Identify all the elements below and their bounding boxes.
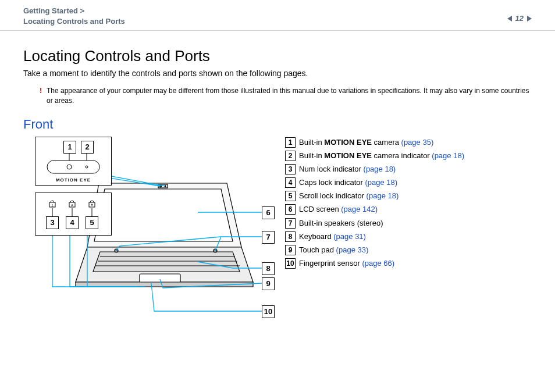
legend-text: Built-in MOTION EYE camera indicator (pa… bbox=[299, 150, 464, 162]
legend-text: Built-in speakers (stereo) bbox=[299, 218, 383, 229]
legend-text: Built-in MOTION EYE camera (page 35) bbox=[299, 137, 433, 148]
page-nav: 12 bbox=[507, 6, 532, 23]
legend-item: 9Touch pad (page 33) bbox=[285, 244, 464, 256]
breadcrumb-line1: Getting Started > bbox=[23, 6, 125, 16]
callout-3: 3 bbox=[46, 216, 59, 229]
callout-10: 10 bbox=[262, 305, 275, 318]
legend-number: 3 bbox=[285, 164, 296, 174]
legend-page-link[interactable]: (page 18) bbox=[432, 151, 464, 160]
warning-note: ! The appearance of your computer may be… bbox=[47, 86, 532, 105]
inset-motion-eye-label: MOTION EYE bbox=[35, 177, 111, 183]
legend-page-link[interactable]: (page 18) bbox=[367, 191, 399, 200]
legend-list: 1Built-in MOTION EYE camera (page 35)2Bu… bbox=[285, 137, 464, 329]
legend-number: 4 bbox=[285, 177, 296, 188]
legend-text: Keyboard (page 31) bbox=[299, 231, 366, 243]
legend-number: 7 bbox=[285, 218, 296, 229]
legend-page-link[interactable]: (page 142) bbox=[341, 205, 378, 213]
legend-page-link[interactable]: (page 66) bbox=[362, 259, 394, 268]
legend-number: 8 bbox=[285, 231, 296, 242]
svg-text:1: 1 bbox=[51, 204, 54, 207]
legend-item: 4Caps lock indicator (page 18) bbox=[285, 177, 464, 188]
legend-text: Caps lock indicator (page 18) bbox=[299, 177, 397, 188]
legend-item: 6LCD screen (page 142) bbox=[285, 204, 464, 215]
legend-item: 3Num lock indicator (page 18) bbox=[285, 163, 464, 175]
legend-number: 5 bbox=[285, 191, 296, 201]
legend-text: Num lock indicator (page 18) bbox=[299, 163, 396, 175]
next-page-icon[interactable] bbox=[527, 16, 532, 22]
legend-page-link[interactable]: (page 31) bbox=[333, 232, 366, 241]
callout-8: 8 bbox=[262, 262, 275, 275]
prev-page-icon[interactable] bbox=[507, 16, 512, 22]
front-diagram: 1 2 MOTION EYE 1 bbox=[23, 137, 268, 329]
page-header: Getting Started > Locating Controls and … bbox=[0, 0, 555, 31]
callout-4: 4 bbox=[66, 216, 79, 229]
legend-page-link[interactable]: (page 33) bbox=[336, 245, 369, 254]
callout-9: 9 bbox=[262, 277, 275, 290]
callout-6: 6 bbox=[262, 206, 275, 219]
legend-item: 1Built-in MOTION EYE camera (page 35) bbox=[285, 137, 464, 148]
legend-item: 7Built-in speakers (stereo) bbox=[285, 218, 464, 229]
legend-number: 1 bbox=[285, 137, 296, 148]
svg-text:A: A bbox=[71, 204, 73, 207]
legend-text: Touch pad (page 33) bbox=[299, 244, 368, 256]
legend-page-link[interactable]: (page 18) bbox=[364, 165, 396, 173]
page-title: Locating Controls and Ports bbox=[23, 47, 532, 65]
inset-motion-eye: 1 2 MOTION EYE bbox=[35, 137, 112, 186]
legend-text: Scroll lock indicator (page 18) bbox=[299, 190, 399, 202]
legend-text: LCD screen (page 142) bbox=[299, 204, 378, 215]
callout-7: 7 bbox=[262, 231, 275, 244]
inset-indicators: 1 A 3 4 5 bbox=[35, 193, 112, 236]
legend-text: Fingerprint sensor (page 66) bbox=[299, 258, 394, 269]
legend-number: 9 bbox=[285, 245, 296, 255]
legend-number: 2 bbox=[285, 151, 296, 161]
legend-page-link[interactable]: (page 18) bbox=[365, 178, 397, 187]
legend-item: 2Built-in MOTION EYE camera indicator (p… bbox=[285, 150, 464, 162]
legend-number: 6 bbox=[285, 204, 296, 215]
breadcrumb-line2: Locating Controls and Ports bbox=[23, 16, 125, 27]
svg-rect-11 bbox=[47, 161, 99, 173]
breadcrumb: Getting Started > Locating Controls and … bbox=[23, 6, 125, 27]
section-heading: Front bbox=[23, 117, 532, 132]
legend-item: 5Scroll lock indicator (page 18) bbox=[285, 190, 464, 202]
intro-text: Take a moment to identify the controls a… bbox=[23, 69, 532, 78]
page-number: 12 bbox=[515, 14, 524, 23]
warning-icon: ! bbox=[40, 86, 42, 95]
legend-item: 10Fingerprint sensor (page 66) bbox=[285, 258, 464, 269]
legend-number: 10 bbox=[285, 258, 296, 269]
warning-text: The appearance of your computer may be d… bbox=[47, 87, 529, 104]
legend-item: 8Keyboard (page 31) bbox=[285, 231, 464, 243]
legend-page-link[interactable]: (page 35) bbox=[401, 138, 434, 147]
callout-5: 5 bbox=[86, 216, 98, 229]
